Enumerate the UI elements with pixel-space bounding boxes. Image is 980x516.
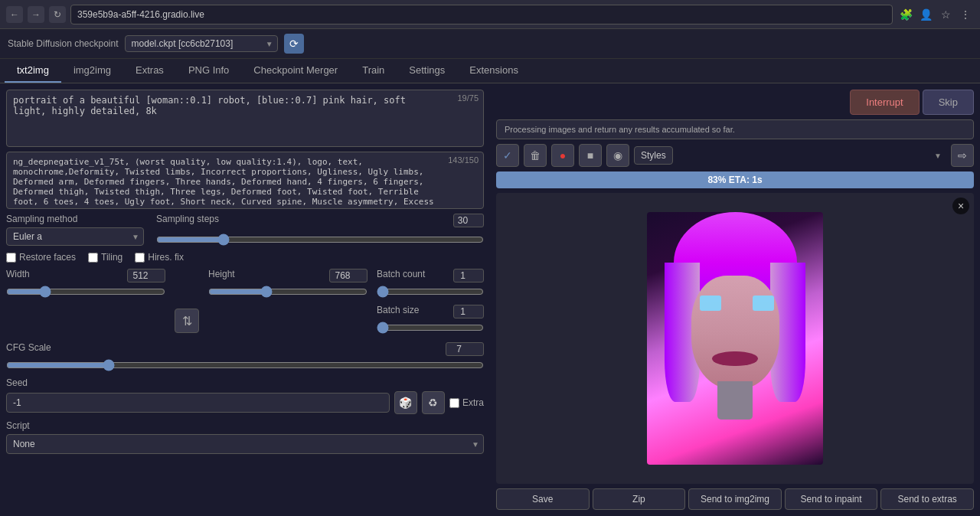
prompt-counter: 19/75 — [457, 93, 479, 103]
bottom-toolbar: Save Zip Send to img2img Send to inpaint… — [496, 484, 974, 510]
save-button[interactable]: Save — [496, 488, 590, 510]
sampling-method-label: Sampling method — [6, 214, 144, 224]
image-eye-left — [700, 296, 721, 311]
image-face — [691, 276, 779, 390]
tiling-checkbox[interactable]: Tiling — [88, 252, 122, 263]
batch-size-header: Batch size — [377, 305, 484, 318]
tab-train[interactable]: Train — [350, 59, 397, 83]
progress-bar: 83% ETA: 1s — [496, 171, 974, 188]
height-value-input[interactable] — [329, 269, 368, 282]
height-slider[interactable] — [208, 286, 368, 298]
seed-label: Seed — [6, 377, 484, 388]
bookmark-icon[interactable]: ☆ — [937, 6, 954, 23]
tab-pnginfo[interactable]: PNG Info — [176, 59, 241, 83]
neg-prompt-counter: 143/150 — [448, 155, 479, 165]
batch-size-input[interactable] — [453, 305, 484, 318]
send-to-inpaint-button[interactable]: Send to inpaint — [785, 488, 878, 510]
zip-button[interactable]: Zip — [593, 488, 686, 510]
send-to-img2img-button[interactable]: Send to img2img — [688, 488, 782, 510]
image-lips — [712, 351, 758, 367]
controls-section: Sampling method Euler a ▼ Sampling steps — [6, 214, 484, 454]
tab-img2img[interactable]: img2img — [61, 59, 123, 83]
skip-button[interactable]: Skip — [923, 90, 974, 115]
negative-prompt-input[interactable]: ng_deepnegative_v1_75t, (worst quality, … — [7, 152, 483, 206]
image-eye-right — [753, 296, 774, 311]
styles-red-button[interactable]: ● — [551, 144, 574, 167]
styles-arrow-icon: ▼ — [934, 152, 942, 160]
tab-settings[interactable]: Settings — [397, 59, 457, 83]
send-to-extras-button[interactable]: Send to extras — [880, 488, 974, 510]
width-label: Width — [6, 269, 30, 282]
tab-txt2img[interactable]: txt2img — [5, 59, 61, 83]
width-slider[interactable] — [6, 286, 165, 298]
seed-dice-button[interactable]: 🎲 — [394, 391, 417, 414]
width-value-input[interactable] — [127, 269, 165, 282]
styles-select[interactable]: Styles — [634, 146, 673, 165]
url-bar[interactable] — [70, 5, 893, 24]
restore-faces-checkbox[interactable]: Restore faces — [6, 252, 76, 263]
close-image-button[interactable]: × — [952, 198, 969, 214]
width-header: Width — [6, 269, 165, 282]
swap-dimensions-button[interactable]: ⇅ — [175, 309, 199, 333]
styles-check-button[interactable]: ✓ — [496, 144, 519, 167]
batch-count-input[interactable] — [453, 269, 484, 282]
cfg-row: CFG Scale — [6, 342, 484, 371]
interrupt-button[interactable]: Interrupt — [850, 90, 919, 115]
steps-slider[interactable] — [156, 234, 484, 246]
checkpoint-refresh-button[interactable]: ⟳ — [284, 34, 304, 54]
batch-size-label: Batch size — [377, 305, 419, 318]
checkpoint-row: Stable Diffusion checkpoint model.ckpt [… — [0, 29, 980, 59]
sampling-steps-group: Sampling steps — [156, 214, 484, 246]
right-panel: Interrupt Skip Processing images and ret… — [490, 83, 980, 516]
profile-icon[interactable]: 👤 — [917, 6, 934, 23]
settings-browser-icon[interactable]: ⋮ — [957, 6, 974, 23]
checkpoint-select-wrapper: model.ckpt [cc6cb27103] ▼ — [125, 35, 278, 52]
height-group: Height — [208, 269, 368, 300]
batch-count-header: Batch count — [377, 269, 484, 282]
image-display: × — [496, 193, 974, 484]
cfg-slider[interactable] — [6, 359, 484, 371]
seed-row: Seed 🎲 ♻ Extra — [6, 377, 484, 414]
seed-recycle-button[interactable]: ♻ — [422, 391, 445, 414]
extensions-icon[interactable]: 🧩 — [897, 6, 914, 23]
seed-extra-checkbox[interactable]: Extra — [449, 397, 484, 408]
hires-fix-input[interactable] — [135, 253, 145, 263]
styles-apply-button[interactable]: ⇨ — [951, 144, 974, 167]
left-panel: 19/75 portrait of a beautiful [woman::0.… — [0, 83, 490, 516]
styles-trash-button[interactable]: 🗑 — [524, 144, 547, 167]
styles-color-button[interactable]: ◉ — [606, 144, 629, 167]
sampling-method-select-wrapper: Euler a ▼ — [6, 227, 144, 246]
checkpoint-select[interactable]: model.ckpt [cc6cb27103] — [125, 35, 278, 52]
batch-count-slider[interactable] — [377, 286, 484, 298]
refresh-button[interactable]: ↻ — [49, 6, 66, 23]
styles-square-button[interactable]: ■ — [579, 144, 602, 167]
steps-label: Sampling steps — [156, 214, 219, 227]
steps-header: Sampling steps — [156, 214, 484, 227]
action-area: Interrupt Skip — [496, 90, 974, 115]
positive-prompt-input[interactable]: portrait of a beautiful [woman::0.1] rob… — [7, 90, 483, 144]
image-background — [647, 212, 823, 465]
checkpoint-label: Stable Diffusion checkpoint — [8, 38, 119, 49]
cfg-value-input[interactable] — [446, 342, 484, 356]
batch-size-slider[interactable] — [377, 322, 484, 334]
image-neck — [717, 381, 753, 420]
tab-extras[interactable]: Extras — [123, 59, 176, 83]
height-label: Height — [208, 269, 235, 282]
seed-input[interactable] — [6, 393, 390, 413]
seed-extra-input[interactable] — [449, 398, 459, 408]
back-button[interactable]: ← — [6, 6, 23, 23]
negative-prompt-container: 143/150 ng_deepnegative_v1_75t, (worst q… — [6, 152, 484, 209]
script-select[interactable]: None — [6, 434, 484, 454]
forward-button[interactable]: → — [28, 6, 44, 23]
restore-faces-input[interactable] — [6, 253, 16, 263]
hires-fix-checkbox[interactable]: Hires. fix — [135, 252, 184, 263]
generated-image — [647, 212, 823, 465]
tiling-input[interactable] — [88, 253, 98, 263]
styles-select-wrapper: Styles ▼ — [634, 146, 946, 165]
sampling-method-group: Sampling method Euler a ▼ — [6, 214, 144, 246]
tab-extensions[interactable]: Extensions — [457, 59, 531, 83]
steps-value-input[interactable] — [453, 214, 484, 227]
dimensions-row: Width ⇅ Height — [6, 269, 484, 336]
tab-checkpoint-merger[interactable]: Checkpoint Merger — [241, 59, 350, 83]
sampling-method-select[interactable]: Euler a — [6, 227, 144, 246]
